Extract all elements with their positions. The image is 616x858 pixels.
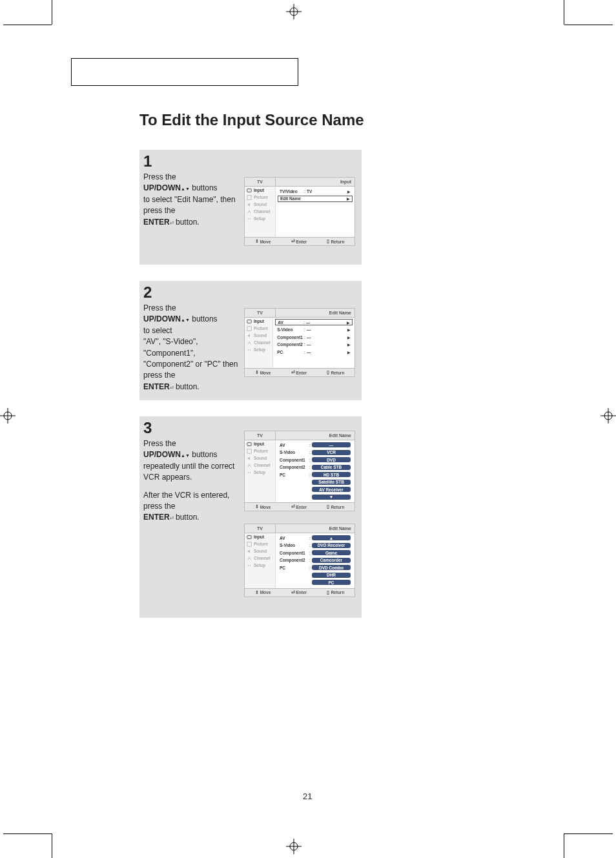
sidebar-item-sound[interactable]: Sound	[245, 455, 275, 462]
sidebar-item-picture[interactable]: Picture	[245, 540, 275, 547]
sidebar-item-setup[interactable]: Setup	[245, 215, 275, 222]
blank-header-box	[71, 58, 298, 86]
sidebar-item-channel[interactable]: Channel	[245, 555, 275, 562]
sidebar-item-input[interactable]: Input	[245, 533, 275, 540]
lbl: TV/Video	[280, 189, 303, 194]
osd-header: TV Edit Name	[245, 524, 354, 533]
t: Return	[331, 505, 344, 509]
crop-mark	[564, 833, 613, 834]
osd-row-component2[interactable]: Component2:Camcorder	[278, 557, 353, 564]
t: Press the	[143, 172, 176, 181]
registration-target-icon	[286, 4, 302, 19]
step-1-text: Press the UP/DOWN buttons to select "Edi…	[143, 172, 243, 228]
osd-row-component2[interactable]: Component2:Cable STB	[278, 464, 353, 471]
updown-icon: ⇕	[255, 239, 259, 244]
t: button.	[174, 382, 200, 391]
osd-row-pc[interactable]: PC:—▶	[275, 349, 353, 355]
osd-row-pc[interactable]: PC:HD STB	[278, 471, 353, 478]
sidebar-item-setup[interactable]: Setup	[245, 562, 275, 569]
osd-row-av[interactable]: AV:▲	[278, 535, 353, 541]
sidebar-item-input[interactable]: Input	[245, 187, 275, 194]
hint-return: ▯Return	[327, 504, 344, 509]
svg-rect-20	[247, 442, 251, 445]
updown-icon: ⇕	[255, 590, 259, 595]
sidebar-item-channel[interactable]: Channel	[245, 339, 272, 346]
osd-row-svideo[interactable]: S-Video:DVD Receiver	[278, 542, 353, 549]
osd-row-component2[interactable]: Component2:—▶	[275, 342, 353, 348]
hint-move: ⇕Move	[255, 590, 271, 595]
osd-row-tvvideo[interactable]: TV/Video : TV ▶	[278, 188, 353, 194]
osd-option[interactable]: PC	[278, 579, 353, 586]
step-3-text: Press the UP/DOWN buttons repeatedly unt…	[143, 438, 243, 524]
lbl: AV	[280, 536, 308, 540]
lbl: Sound	[254, 202, 267, 207]
val: Cable STB	[312, 465, 351, 470]
svg-point-19	[250, 349, 251, 351]
val: Game	[312, 550, 351, 555]
t: UP/DOWN	[143, 450, 181, 459]
osd-option[interactable]: Satellite STB	[278, 479, 353, 485]
registration-target-icon	[601, 408, 616, 424]
osd-title: TV	[245, 431, 276, 440]
lbl: Picture	[254, 326, 268, 331]
osd-footer: ⇕Move ⏎Enter ▯Return	[245, 368, 354, 376]
osd-row-pc[interactable]: PC:DVD Combo	[278, 564, 353, 571]
lbl: Setup	[254, 563, 265, 567]
lbl: S-Video	[280, 450, 308, 455]
sidebar-item-input[interactable]: Input	[245, 440, 275, 447]
lbl: Sound	[254, 456, 267, 460]
sidebar-item-sound[interactable]: Sound	[245, 201, 275, 208]
lbl: Setup	[254, 216, 265, 221]
lbl: Channel	[254, 463, 271, 467]
hint-enter: ⏎Enter	[291, 590, 307, 595]
sidebar-item-channel[interactable]: Channel	[245, 208, 275, 215]
osd-sidebar: Input Picture Sound Channel Setup	[245, 318, 273, 368]
lbl: Sound	[254, 333, 267, 338]
osd-main: TV/Video : TV ▶ Edit Name ▶	[276, 187, 354, 237]
osd-sidebar: Input Picture Sound Channel Setup	[245, 187, 276, 237]
crop-mark	[52, 833, 52, 858]
right-arrow-icon: ▶	[345, 327, 351, 332]
osd-scroll-down[interactable]: ▼	[278, 494, 353, 500]
enter-icon: ⏎	[291, 590, 295, 595]
updown-icon: ⇕	[255, 504, 259, 509]
sidebar-item-picture[interactable]: Picture	[245, 325, 272, 332]
osd-option[interactable]: DHR	[278, 572, 353, 578]
lbl: Sound	[254, 549, 267, 553]
svg-point-14	[248, 218, 249, 220]
osd-row-component1[interactable]: Component1:—▶	[275, 334, 353, 340]
sidebar-item-channel[interactable]: Channel	[245, 462, 275, 469]
lbl: PC	[277, 350, 303, 354]
sidebar-item-sound[interactable]: Sound	[245, 332, 272, 339]
osd-header: TV Edit Name	[245, 309, 354, 318]
osd-row-av[interactable]: AV:—▶	[275, 319, 353, 325]
val: Satellite STB	[312, 480, 351, 485]
osd-row-svideo[interactable]: S-Video:VCR	[278, 449, 353, 456]
sidebar-item-input[interactable]: Input	[245, 318, 272, 325]
osd-row-component1[interactable]: Component1:DVD	[278, 456, 353, 463]
osd-row-editname[interactable]: Edit Name ▶	[278, 196, 353, 202]
sidebar-item-picture[interactable]: Picture	[245, 447, 275, 455]
sidebar-item-picture[interactable]: Picture	[245, 194, 275, 201]
right-arrow-icon: ▶	[345, 196, 350, 201]
lbl: Channel	[254, 340, 271, 345]
sidebar-item-setup[interactable]: Setup	[245, 346, 272, 353]
osd-breadcrumb: Edit Name	[276, 524, 354, 533]
return-icon: ▯	[327, 370, 329, 375]
sidebar-item-sound[interactable]: Sound	[245, 547, 275, 555]
osd-row-component1[interactable]: Component1:Game	[278, 549, 353, 556]
lbl: S-Video	[277, 327, 303, 332]
t: Move	[260, 590, 271, 595]
hint-enter: ⏎Enter	[291, 370, 307, 375]
osd-row-svideo[interactable]: S-Video:—▶	[275, 327, 353, 333]
osd-option[interactable]: AV Receiver	[278, 486, 353, 493]
val: —	[306, 320, 345, 325]
lbl: Channel	[254, 209, 271, 214]
val: TV	[307, 189, 345, 194]
osd-main: AV:— S-Video:VCR Component1:DVD Componen…	[276, 440, 354, 502]
lbl: Picture	[254, 542, 268, 546]
sidebar-item-setup[interactable]: Setup	[245, 469, 275, 476]
updown-icon: ⇕	[255, 370, 259, 375]
right-arrow-icon: ▶	[345, 320, 350, 325]
osd-row-av[interactable]: AV:—	[278, 442, 353, 448]
